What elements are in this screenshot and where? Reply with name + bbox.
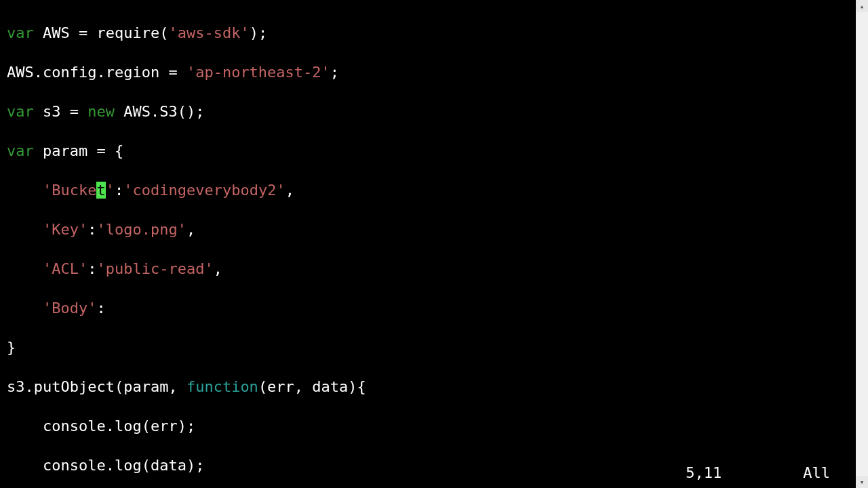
code-line: AWS.config.region = 'ap-northeast-2'; [7,62,849,82]
cursor-position: 5,11 [686,463,722,483]
keyword-function: function [186,378,258,395]
status-bar: 5,11 All [7,463,837,483]
scroll-down-icon[interactable]: ▾ [856,476,868,488]
scroll-up-icon[interactable]: ▴ [856,0,868,12]
code-line: 'Body': [7,298,849,318]
code-line: 'Key':'logo.png', [7,220,849,239]
keyword-new: new [87,103,115,120]
code-line: 'ACL':'public-read', [7,259,849,279]
cursor: t [96,182,105,199]
code-line: console.log(err); [7,416,849,436]
keyword-var: var [7,103,34,120]
editor-viewport: var AWS = require('aws-sdk'); AWS.config… [0,0,856,488]
keyword-var: var [7,24,34,41]
code-line: } [7,338,849,357]
code-area[interactable]: var AWS = require('aws-sdk'); AWS.config… [0,0,856,488]
keyword-var: var [7,142,34,159]
code-line: s3.putObject(param, function(err, data){ [7,377,849,396]
view-percentage: All [803,463,830,483]
code-line: var AWS = require('aws-sdk'); [7,23,849,43]
code-line: var param = { [7,141,849,161]
scrollbar[interactable]: ▴ ▾ [856,0,868,488]
code-line: var s3 = new AWS.S3(); [7,102,849,121]
code-line: 'Bucket':'codingeverybody2', [7,180,849,200]
